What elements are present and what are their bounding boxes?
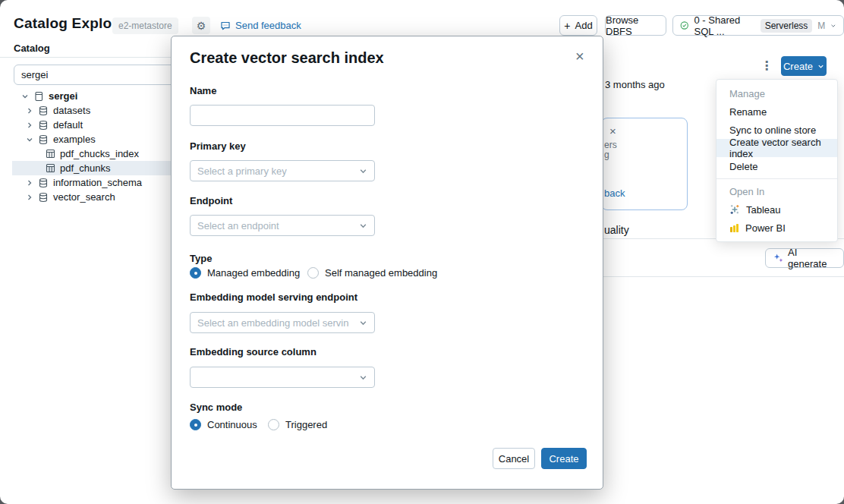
table-icon (46, 149, 55, 159)
menu-item-delete[interactable]: Delete (716, 157, 837, 175)
chevron-down-icon (359, 319, 367, 327)
send-feedback-label: Send feedback (235, 20, 301, 31)
embedding-model-select[interactable]: Select an embedding model serving ... (190, 312, 375, 333)
chevron-right-icon[interactable] (26, 179, 33, 187)
sparkle-icon (773, 253, 783, 263)
chevron-right-icon[interactable] (26, 107, 33, 115)
menu-item-tableau-label: Tableau (746, 204, 781, 216)
sync-option-continuous[interactable]: Continuous (190, 419, 257, 430)
send-feedback-link[interactable]: Send feedback (220, 20, 301, 31)
create-dropdown-label: Create (783, 61, 813, 72)
last-updated-text: 3 months ago (605, 79, 665, 90)
compute-size: M (817, 20, 825, 31)
tree-item-schema-examples[interactable]: examples (12, 132, 171, 146)
close-icon[interactable]: × (575, 49, 584, 64)
embedding-model-placeholder: Select an embedding model serving ... (197, 317, 349, 329)
menu-divider (716, 178, 837, 179)
embedding-source-select[interactable] (190, 367, 375, 388)
tree-item-label: examples (53, 134, 96, 145)
tree-item-schema-default[interactable]: default (12, 118, 171, 132)
ai-generate-button[interactable]: AI generate (765, 248, 844, 268)
card-text-fragment: ers (604, 140, 617, 150)
tree-item-schema-information-schema[interactable]: information_schema (12, 175, 171, 190)
radio-selected-icon[interactable] (190, 267, 201, 279)
check-circle-icon (680, 20, 689, 31)
chat-bubble-icon (220, 20, 231, 31)
menu-header-manage: Manage (716, 84, 837, 102)
menu-item-power-bi-label: Power BI (745, 222, 786, 234)
dialog-title: Create vector search index (190, 49, 384, 67)
create-dropdown-button[interactable]: Create (781, 56, 827, 76)
schema-icon (38, 106, 49, 116)
menu-item-rename[interactable]: Rename (716, 102, 837, 121)
sync-option-triggered-label: Triggered (285, 419, 327, 430)
tree-item-label: pdf_chucks_index (60, 148, 139, 159)
tree-item-schema-vector-search[interactable]: vector_search (12, 190, 171, 204)
ai-generate-label: AI generate (788, 247, 836, 269)
chevron-down-icon (359, 222, 367, 230)
add-button-label: Add (575, 20, 593, 31)
chevron-down-icon[interactable] (26, 136, 33, 143)
radio-unselected-icon[interactable] (307, 267, 319, 279)
chevron-down-icon (359, 167, 367, 175)
metastore-badge: e2-metastore (112, 17, 178, 34)
tree-item-schema-datasets[interactable]: datasets (12, 103, 171, 118)
embedding-source-label: Embedding source column (190, 346, 316, 358)
endpoint-select[interactable]: Select an endpoint (190, 215, 375, 236)
tree-item-label: default (53, 119, 83, 131)
table-actions-menu: Manage Rename Sync to online store Creat… (716, 79, 838, 242)
compute-name: 0 - Shared SQL ... (694, 14, 755, 37)
create-button-label: Create (549, 453, 578, 465)
card-link-fragment[interactable]: back (604, 187, 625, 199)
name-input[interactable] (190, 105, 375, 126)
create-button[interactable]: Create (541, 448, 587, 469)
type-option-managed-label: Managed embedding (207, 267, 300, 279)
chevron-down-icon (830, 22, 836, 30)
radio-selected-icon[interactable] (190, 419, 201, 430)
radio-unselected-icon[interactable] (268, 419, 279, 430)
primary-key-placeholder: Select a primary key (197, 165, 287, 177)
sync-mode-label: Sync mode (190, 402, 242, 413)
sync-option-triggered[interactable]: Triggered (268, 419, 327, 430)
quality-tab-fragment[interactable]: uality (604, 224, 629, 236)
create-vector-search-index-dialog: Create vector search index × Name Primar… (171, 36, 603, 490)
section-divider (603, 276, 844, 277)
tree-item-label: pdf_chunks (60, 162, 111, 174)
chevron-right-icon[interactable] (26, 121, 33, 129)
browse-dbfs-label: Browse DBFS (606, 14, 666, 37)
card-close-icon[interactable]: × (609, 124, 616, 137)
cancel-button-label: Cancel (499, 453, 529, 465)
catalog-icon (33, 91, 44, 102)
tree-item-label: datasets (53, 105, 90, 116)
schema-icon (38, 192, 49, 203)
sidebar-divider (0, 57, 175, 58)
kebab-menu-button[interactable]: ⋮ (761, 58, 773, 73)
tree-item-catalog-sergei[interactable]: sergei (12, 89, 171, 103)
type-option-managed[interactable]: Managed embedding (190, 267, 300, 279)
type-option-self-managed[interactable]: Self managed embedding (307, 267, 437, 279)
menu-item-create-vector-search-index[interactable]: Create vector search index (716, 139, 837, 157)
menu-item-power-bi[interactable]: Power BI (716, 219, 837, 237)
type-option-self-managed-label: Self managed embedding (325, 267, 437, 279)
schema-icon (38, 134, 49, 145)
sync-option-continuous-label: Continuous (207, 419, 257, 430)
primary-key-select[interactable]: Select a primary key (190, 160, 375, 181)
kebab-icon: ⋮ (761, 59, 773, 72)
serverless-badge: Serverless (761, 19, 813, 33)
cancel-button[interactable]: Cancel (493, 448, 535, 469)
gear-icon: ⚙ (197, 20, 206, 32)
chevron-down-icon (817, 63, 824, 70)
tree-item-table-pdf-chucks-index[interactable]: pdf_chucks_index (12, 146, 171, 161)
catalog-search-input[interactable] (14, 65, 178, 85)
chevron-right-icon[interactable] (26, 194, 33, 201)
browse-dbfs-button[interactable]: Browse DBFS (605, 15, 666, 36)
add-button[interactable]: + Add (559, 15, 597, 36)
tree-item-table-pdf-chunks[interactable]: pdf_chunks (12, 161, 171, 175)
schema-icon (38, 120, 49, 131)
compute-selector[interactable]: 0 - Shared SQL ... Serverless M (672, 15, 844, 36)
menu-item-tableau[interactable]: Tableau (716, 200, 837, 219)
metastore-settings-button[interactable]: ⚙ (192, 17, 210, 34)
schema-icon (38, 178, 49, 188)
primary-key-label: Primary key (190, 140, 246, 152)
chevron-down-icon[interactable] (21, 93, 29, 100)
